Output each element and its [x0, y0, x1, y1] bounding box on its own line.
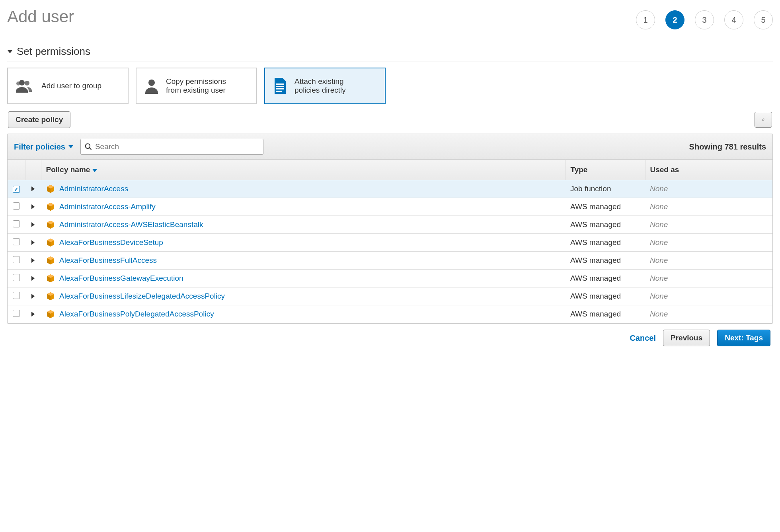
- policy-cube-icon: [46, 274, 55, 283]
- expand-row-icon[interactable]: [31, 312, 35, 316]
- policy-name-link[interactable]: AlexaForBusinessLifesizeDelegatedAccessP…: [59, 292, 225, 301]
- policy-cube-icon: [46, 238, 55, 247]
- policy-type: AWS managed: [566, 270, 645, 287]
- policy-cube-icon: [46, 291, 55, 301]
- wizard-stepper: 12345: [636, 10, 773, 29]
- policy-name-link[interactable]: AdministratorAccess-Amplify: [59, 202, 156, 211]
- row-checkbox[interactable]: [13, 256, 20, 263]
- perm-option-copy[interactable]: Copy permissions from existing user: [136, 68, 257, 104]
- row-checkbox[interactable]: [13, 274, 20, 281]
- policy-cube-icon: [46, 309, 55, 319]
- step-5[interactable]: 5: [754, 10, 773, 29]
- search-icon: [84, 143, 92, 151]
- expand-row-icon[interactable]: [31, 258, 35, 263]
- policy-used-as: None: [650, 310, 668, 318]
- row-checkbox[interactable]: [13, 202, 20, 210]
- expand-row-icon[interactable]: [31, 186, 35, 191]
- row-checkbox[interactable]: [13, 220, 20, 227]
- expand-row-icon[interactable]: [31, 222, 35, 227]
- policy-name-link[interactable]: AlexaForBusinessGatewayExecution: [59, 274, 183, 283]
- perm-option-label: Attach existing policies directly: [294, 77, 366, 95]
- caret-down-icon: [7, 50, 13, 53]
- chevron-down-icon: [68, 145, 73, 148]
- svg-rect-6: [276, 88, 284, 89]
- table-row: AlexaForBusinessLifesizeDelegatedAccessP…: [8, 287, 772, 305]
- row-checkbox[interactable]: [13, 238, 20, 245]
- users-icon: [15, 79, 35, 93]
- policy-used-as: None: [650, 292, 668, 300]
- table-row: AdministratorAccess-AmplifyAWS managedNo…: [8, 198, 772, 216]
- perm-option-add-to-group[interactable]: Add user to group: [7, 68, 129, 104]
- policy-name-link[interactable]: AlexaForBusinessFullAccess: [59, 256, 157, 265]
- section-toggle[interactable]: Set permissions: [7, 45, 773, 62]
- svg-point-8: [85, 144, 90, 149]
- table-row: AlexaForBusinessPolyDelegatedAccessPolic…: [8, 305, 772, 323]
- svg-point-1: [25, 81, 29, 85]
- perm-option-label: Copy permissions from existing user: [166, 77, 238, 95]
- row-checkbox[interactable]: [13, 310, 20, 317]
- policy-cube-icon: [46, 220, 55, 229]
- search-input[interactable]: [80, 139, 263, 155]
- expand-row-icon[interactable]: [31, 276, 35, 281]
- policy-type: AWS managed: [566, 305, 645, 323]
- column-header-checkbox: [8, 160, 25, 180]
- result-count: Showing 781 results: [689, 142, 766, 151]
- policy-type: Job function: [566, 180, 645, 198]
- section-title: Set permissions: [17, 45, 90, 58]
- table-row: AlexaForBusinessFullAccessAWS managedNon…: [8, 252, 772, 270]
- policy-used-as: None: [650, 238, 668, 247]
- page-title: Add user: [7, 7, 74, 26]
- policy-name-link[interactable]: AlexaForBusinessDeviceSetup: [59, 238, 163, 247]
- sort-indicator-icon: [92, 169, 97, 172]
- user-icon: [144, 78, 160, 94]
- expand-row-icon[interactable]: [31, 240, 35, 245]
- column-header-policy-name[interactable]: Policy name: [41, 160, 566, 180]
- table-row: AdministratorAccessJob functionNone: [8, 180, 772, 198]
- cancel-button[interactable]: Cancel: [630, 334, 656, 343]
- svg-point-2: [16, 82, 20, 85]
- filter-policies-dropdown[interactable]: Filter policies: [14, 142, 73, 151]
- policy-used-as: None: [650, 220, 668, 229]
- policy-cube-icon: [46, 202, 55, 212]
- perm-option-attach[interactable]: Attach existing policies directly: [264, 68, 386, 104]
- svg-rect-4: [276, 83, 284, 85]
- policy-used-as: None: [650, 274, 668, 282]
- policy-used-as: None: [650, 256, 668, 264]
- policy-type: AWS managed: [566, 216, 645, 234]
- step-4[interactable]: 4: [724, 10, 743, 29]
- previous-button[interactable]: Previous: [663, 330, 710, 346]
- table-row: AlexaForBusinessGatewayExecutionAWS mana…: [8, 270, 772, 287]
- policy-cube-icon: [46, 256, 55, 265]
- create-policy-button[interactable]: Create policy: [8, 111, 70, 128]
- row-checkbox[interactable]: [13, 292, 20, 299]
- step-1[interactable]: 1: [636, 10, 655, 29]
- policy-cube-icon: [46, 184, 55, 194]
- row-checkbox[interactable]: [13, 186, 20, 193]
- policy-type: AWS managed: [566, 287, 645, 305]
- policy-used-as: None: [650, 184, 668, 193]
- refresh-icon: [762, 116, 764, 124]
- column-header-type[interactable]: Type: [566, 160, 645, 180]
- svg-line-9: [89, 148, 91, 150]
- policy-type: AWS managed: [566, 234, 645, 252]
- policy-name-link[interactable]: AdministratorAccess: [59, 184, 128, 193]
- column-header-expand: [25, 160, 41, 180]
- policy-name-link[interactable]: AlexaForBusinessPolyDelegatedAccessPolic…: [59, 310, 214, 318]
- document-icon: [272, 77, 288, 95]
- expand-row-icon[interactable]: [31, 294, 35, 299]
- svg-rect-7: [276, 91, 282, 92]
- table-row: AlexaForBusinessDeviceSetupAWS managedNo…: [8, 234, 772, 252]
- svg-rect-5: [276, 86, 284, 87]
- policy-used-as: None: [650, 202, 668, 211]
- expand-row-icon[interactable]: [31, 204, 35, 209]
- step-2[interactable]: 2: [665, 10, 684, 29]
- table-row: AdministratorAccess-AWSElasticBeanstalkA…: [8, 216, 772, 234]
- next-button[interactable]: Next: Tags: [717, 330, 770, 346]
- refresh-button[interactable]: [755, 112, 772, 128]
- step-3[interactable]: 3: [695, 10, 714, 29]
- svg-point-3: [148, 80, 155, 86]
- column-header-used-as[interactable]: Used as: [645, 160, 772, 180]
- policy-type: AWS managed: [566, 252, 645, 270]
- policy-name-link[interactable]: AdministratorAccess-AWSElasticBeanstalk: [59, 220, 203, 229]
- perm-option-label: Add user to group: [41, 82, 101, 90]
